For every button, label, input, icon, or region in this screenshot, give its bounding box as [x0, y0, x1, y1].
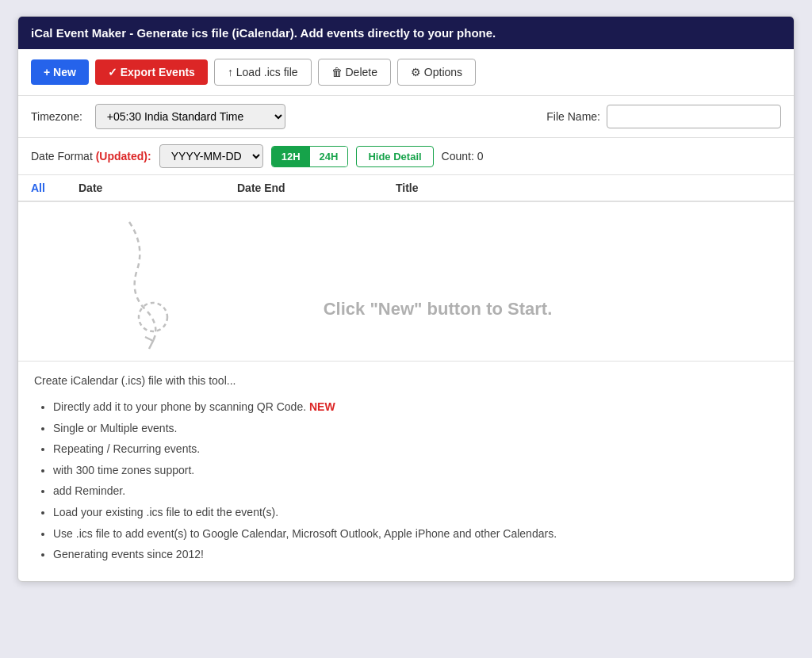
list-item: Generating events since 2012!: [53, 544, 778, 565]
dashed-arrow-icon: [82, 214, 209, 357]
col-all[interactable]: All: [31, 182, 79, 194]
app-container: iCal Event Maker - Generate ics file (iC…: [17, 16, 795, 582]
new-button[interactable]: + New: [31, 59, 89, 85]
export-button[interactable]: ✓ Export Events: [95, 59, 208, 85]
list-item: Directly add it to your phone by scannin…: [53, 396, 778, 418]
time-24h-button[interactable]: 24H: [310, 147, 348, 166]
count-label: Count: 0: [442, 150, 484, 163]
list-item: Load your existing .ics file to edit the…: [53, 502, 778, 523]
new-badge: NEW: [309, 400, 335, 413]
col-date-end: Date End: [237, 182, 396, 194]
filename-group: File Name:: [546, 105, 781, 128]
table-header: All Date Date End Title: [18, 175, 794, 202]
list-item: Single or Multiple events.: [53, 418, 778, 439]
click-hint: Click "New" button to Start.: [324, 299, 553, 319]
options-button[interactable]: ⚙ Options: [397, 59, 476, 86]
toolbar: + New ✓ Export Events ↑ Load .ics file 🗑…: [18, 49, 794, 96]
list-item: Repeating / Recurring events.: [53, 438, 778, 460]
info-list: Directly add it to your phone by scannin…: [34, 396, 778, 565]
app-header: iCal Event Maker - Generate ics file (iC…: [18, 17, 794, 49]
delete-button[interactable]: 🗑 Delete: [318, 59, 391, 86]
info-section: Create iCalendar (.ics) file with this t…: [18, 361, 794, 581]
list-item: Use .ics file to add event(s) to Google …: [53, 523, 778, 545]
timezone-select[interactable]: +05:30 India Standard Time: [95, 104, 285, 129]
empty-area: Click "New" button to Start.: [18, 202, 794, 361]
hide-detail-button[interactable]: Hide Detail: [356, 146, 433, 167]
time-12h-button[interactable]: 12H: [272, 147, 310, 166]
time-toggle: 12H 24H: [271, 146, 349, 167]
col-title: Title: [396, 182, 781, 194]
format-row: Date Format (Updated): YYYY-MM-DD 12H 24…: [18, 138, 794, 175]
list-item: with 300 time zones support.: [53, 460, 778, 481]
filename-input[interactable]: [607, 105, 781, 128]
date-format-select[interactable]: YYYY-MM-DD: [159, 144, 263, 168]
date-format-label: Date Format (Updated):: [31, 150, 151, 163]
timezone-label: Timezone:: [31, 110, 82, 123]
filename-label: File Name:: [546, 110, 600, 123]
col-date: Date: [79, 182, 237, 194]
app-title: iCal Event Maker - Generate ics file (iC…: [31, 26, 496, 40]
list-item: add Reminder.: [53, 480, 778, 502]
info-intro: Create iCalendar (.ics) file with this t…: [34, 374, 778, 387]
load-ics-button[interactable]: ↑ Load .ics file: [214, 59, 312, 86]
controls-row: Timezone: +05:30 India Standard Time Fil…: [18, 96, 794, 138]
